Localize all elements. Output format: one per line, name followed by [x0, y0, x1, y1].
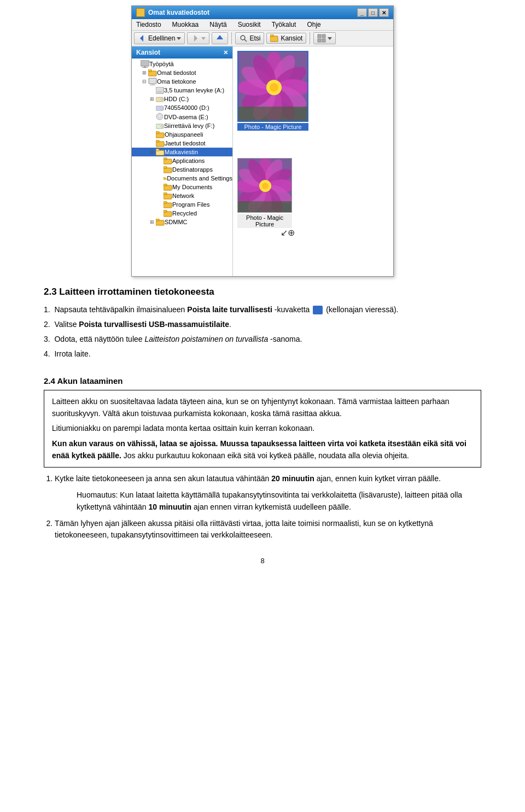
desktop-icon — [141, 60, 149, 68]
photo-label-main: Photo - Magic Picture — [237, 123, 308, 131]
menu-ohje[interactable]: Ohje — [305, 20, 323, 29]
tree-item-recycled[interactable]: Recycled — [132, 209, 232, 218]
folders-panel-close[interactable]: ✕ — [223, 49, 228, 56]
tree-item-matkaviestin[interactable]: Matkaviestin — [132, 148, 232, 156]
expander-docs — [156, 174, 164, 182]
screenshot-container: Omat kuvatiedostot _ □ ✕ Tiedosto Muokka… — [44, 5, 481, 277]
tree-label-ohj: Ohjauspaneeli — [165, 131, 203, 138]
tree-item-tyopoyta[interactable]: Työpöytä — [132, 60, 232, 68]
tree-label-tyopoyta: Työpöytä — [149, 61, 174, 67]
tree-item-docs[interactable]: Documents and Settings — [132, 174, 232, 183]
up-icon — [215, 34, 224, 43]
tree-item-mydocs[interactable]: My Documents — [132, 183, 232, 191]
photo-thumb-small[interactable] — [237, 158, 292, 213]
title-bar-controls[interactable]: _ □ ✕ — [357, 8, 389, 17]
photo-item-main[interactable]: Photo - Magic Picture — [237, 51, 308, 131]
svg-point-31 — [161, 125, 163, 127]
tree-label-dest: Destinatorapps — [172, 166, 213, 173]
folders-panel[interactable]: Kansiot ✕ Työpöytä — [132, 46, 233, 276]
floppy-icon — [156, 87, 164, 94]
tree-item-sdmmc[interactable]: SDMMC — [132, 218, 232, 226]
menu-tiedosto[interactable]: Tiedosto — [134, 20, 164, 29]
maximize-button[interactable]: □ — [368, 8, 378, 17]
expander-sdmmc[interactable] — [148, 218, 156, 226]
search-button[interactable]: Etsi — [235, 32, 264, 44]
tree-item-network[interactable]: Network — [132, 191, 232, 200]
tree-label-sdmmc: SDMMC — [165, 219, 188, 225]
tree-item-f[interactable]: Siirrettävä levy (F:) — [132, 121, 232, 130]
expander-floppy — [148, 86, 156, 94]
tree-label-applications: Applications — [172, 157, 205, 164]
folder-icon-mydocs — [164, 184, 172, 191]
svg-rect-53 — [156, 219, 159, 221]
tree-item-oma-tietokone[interactable]: Oma tietokone — [132, 77, 232, 86]
dropdown-icon2 — [201, 36, 206, 40]
folder-icon-omat — [148, 69, 157, 77]
forward-button[interactable] — [187, 32, 209, 44]
toolbar: Edellinen — [132, 31, 393, 46]
svg-marker-1 — [177, 37, 181, 40]
folder-icon-network — [164, 192, 172, 200]
up-button[interactable] — [212, 32, 228, 44]
expander-hdd[interactable] — [148, 95, 156, 103]
svg-marker-3 — [201, 37, 206, 40]
step-2-4-1: Kytke laite tietokoneeseen ja anna sen a… — [55, 473, 481, 513]
drag-cursor-icon: ↙⊕ — [281, 227, 295, 238]
view-button[interactable] — [313, 32, 336, 44]
expander-oma[interactable] — [141, 78, 148, 85]
info-line-1: Laitteen akku on suositeltavaa ladata tä… — [52, 396, 473, 419]
tree-item-applications[interactable]: Applications — [132, 156, 232, 165]
title-bar-left: Omat kuvatiedostot — [136, 8, 209, 17]
folders-button[interactable]: Kansiot — [266, 33, 306, 44]
svg-rect-9 — [318, 34, 321, 38]
menu-nayta[interactable]: Näytä — [207, 20, 229, 29]
step-3-italic: Laitteiston poistaminen on turvallista — [144, 335, 268, 343]
expander-f — [148, 122, 156, 130]
svg-rect-47 — [164, 192, 167, 195]
view-icon — [317, 34, 326, 43]
tree-item-floppy[interactable]: 3,5 tuuman levyke (A:) — [132, 86, 232, 95]
svg-point-84 — [262, 183, 269, 189]
svg-rect-45 — [164, 184, 167, 186]
tree-item-dvd[interactable]: DVD-asema (E:) — [132, 112, 232, 121]
svg-point-68 — [270, 83, 278, 92]
section-2-4: 2.4 Akun lataaminen Laitteen akku on suo… — [44, 376, 481, 551]
folder-icon-ohj — [156, 131, 165, 138]
svg-marker-2 — [194, 35, 197, 42]
svg-rect-51 — [164, 210, 167, 212]
expander-matka[interactable] — [148, 148, 156, 156]
close-button[interactable]: ✕ — [379, 8, 389, 17]
minimize-button[interactable]: _ — [357, 8, 367, 17]
photo-thumb-main[interactable] — [237, 51, 308, 122]
tree-item-dest[interactable]: Destinatorapps — [132, 165, 232, 174]
expander-dest — [156, 166, 164, 173]
tree-item-jaetut[interactable]: Jaetut tiedostot — [132, 139, 232, 148]
folders-icon — [270, 34, 279, 42]
menu-muokkaa[interactable]: Muokkaa — [170, 20, 201, 29]
step-3-prefix: Odota, että näyttöön tulee — [54, 335, 144, 343]
menu-suosikit[interactable]: Suosikit — [236, 20, 263, 29]
expander-omat[interactable] — [141, 69, 148, 77]
tree-item-d[interactable]: 7405540000 (D:) — [132, 103, 232, 112]
step-2-text: 2. Valitse Poista turvallisesti USB-mass… — [44, 319, 481, 330]
tree-item-progfiles[interactable]: Program Files — [132, 200, 232, 209]
tree-item-omat-tiedostot[interactable]: Omat tiedostot — [132, 68, 232, 77]
menu-tyokalut[interactable]: Työkalut — [270, 20, 299, 29]
step-2-4-1-text: Kytke laite tietokoneeseen ja anna sen a… — [55, 474, 441, 483]
svg-rect-21 — [150, 85, 155, 85]
step-3-suffix: -sanoma. — [268, 335, 302, 343]
svg-rect-35 — [156, 140, 159, 142]
step-2-4-2: Tämän lyhyen ajan jälkeen akussa pitäisi… — [55, 518, 481, 541]
svg-rect-41 — [164, 166, 167, 168]
folder-open-icon-matka — [156, 149, 165, 156]
step-2-suffix: . — [229, 320, 231, 329]
svg-point-27 — [161, 107, 163, 109]
expander-rec — [156, 209, 164, 217]
tree-item-hdd[interactable]: HDD (C:) — [132, 95, 232, 103]
step-2-bold: Poista turvallisesti USB-massamuistilait… — [79, 320, 229, 329]
back-button[interactable]: Edellinen — [134, 32, 185, 44]
hdd-icon — [156, 96, 164, 102]
tree-item-ohjauspaneeli[interactable]: Ohjauspaneeli — [132, 130, 232, 139]
svg-rect-37 — [156, 149, 159, 151]
photo-item-small[interactable]: Photo - Magic Picture ↙⊕ — [237, 158, 292, 228]
